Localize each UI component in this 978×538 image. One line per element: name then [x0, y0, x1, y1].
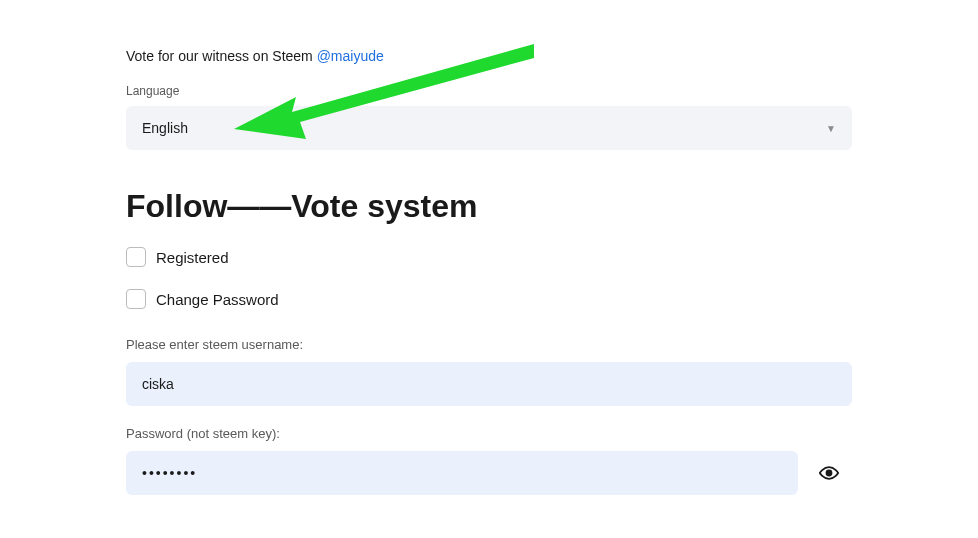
page-title: Follow——Vote system: [126, 188, 852, 225]
registered-label: Registered: [156, 249, 229, 266]
password-label: Password (not steem key):: [126, 426, 852, 441]
password-input[interactable]: [126, 451, 798, 495]
language-label: Language: [126, 84, 852, 98]
username-input[interactable]: [126, 362, 852, 406]
witness-prefix: Vote for our witness on Steem: [126, 48, 317, 64]
registered-checkbox[interactable]: [126, 247, 146, 267]
username-label: Please enter steem username:: [126, 337, 852, 352]
eye-icon: [819, 463, 839, 483]
svg-point-0: [827, 471, 832, 476]
witness-link[interactable]: @maiyude: [317, 48, 384, 64]
toggle-password-visibility-button[interactable]: [806, 451, 852, 495]
language-select[interactable]: English ▼: [126, 106, 852, 150]
witness-text: Vote for our witness on Steem @maiyude: [126, 48, 852, 64]
language-selected-value: English: [142, 120, 188, 136]
change-password-label: Change Password: [156, 291, 279, 308]
chevron-down-icon: ▼: [826, 123, 836, 134]
change-password-checkbox[interactable]: [126, 289, 146, 309]
